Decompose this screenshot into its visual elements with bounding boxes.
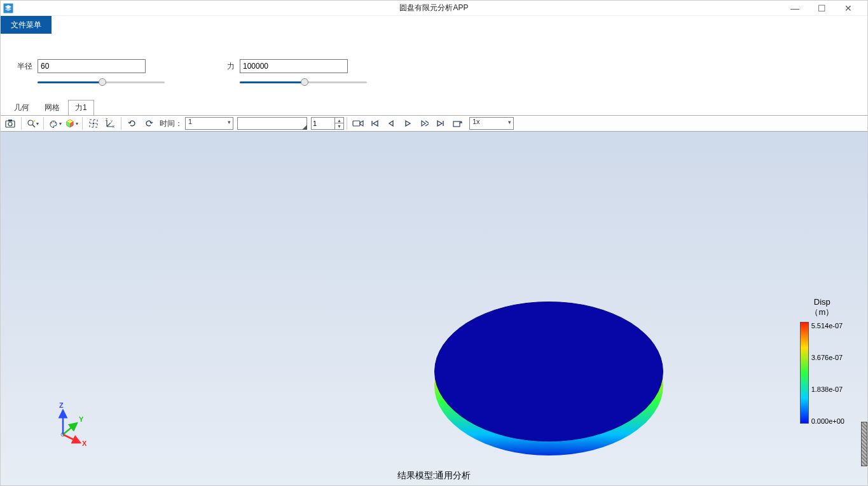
screenshot-button[interactable] (2, 116, 18, 130)
zoom-dropdown[interactable]: ▾ (24, 116, 41, 130)
first-frame-button[interactable] (366, 116, 383, 130)
tab-row: 几何 网格 力1 (1, 100, 867, 115)
tab-mesh[interactable]: 网格 (38, 100, 67, 115)
time-combo-value: 1 (188, 118, 192, 125)
svg-text:Y: Y (111, 120, 113, 123)
window-title: 圆盘有限元分析APP (399, 3, 468, 13)
svg-point-7 (53, 122, 54, 123)
svg-point-10 (93, 123, 95, 125)
axis-triad: X Y Z (45, 396, 102, 454)
next-frame-button[interactable] (416, 116, 432, 130)
last-frame-button[interactable] (432, 116, 449, 130)
side-grip[interactable] (861, 422, 867, 466)
radius-input[interactable] (38, 59, 146, 73)
svg-text:X: X (113, 125, 115, 128)
parameter-panel: 半径 力 (1, 34, 867, 100)
rotate-ccw-button[interactable] (141, 116, 157, 130)
time-label: 时间： (160, 118, 183, 129)
prev-frame-button[interactable] (383, 116, 399, 130)
svg-line-18 (63, 423, 77, 434)
viewport-3d[interactable]: X Y Z Disp （m） 5.514e-07 3.676e-07 1.838… (1, 132, 867, 485)
svg-point-8 (55, 122, 56, 123)
legend-tick: 5.514e-07 (811, 322, 844, 330)
legend-tick: 3.676e-07 (811, 354, 844, 361)
svg-rect-15 (453, 122, 460, 127)
svg-line-17 (63, 434, 80, 443)
axis-x-label: X (82, 440, 87, 447)
app-icon (1, 1, 16, 16)
time-spinner-down[interactable]: ▼ (334, 123, 343, 129)
svg-rect-14 (353, 121, 360, 126)
play-button[interactable] (399, 116, 416, 130)
timeline-track[interactable] (237, 117, 307, 130)
svg-point-4 (28, 120, 33, 125)
cube-dropdown[interactable]: ▾ (63, 116, 79, 130)
export-anim-button[interactable] (449, 116, 465, 130)
close-button[interactable]: ✕ (844, 4, 852, 12)
tab-force1[interactable]: 力1 (68, 100, 94, 115)
force-slider[interactable] (240, 77, 367, 87)
record-button[interactable] (350, 116, 366, 130)
legend-title: Disp (800, 297, 844, 307)
maximize-button[interactable]: ☐ (818, 4, 825, 12)
force-input[interactable] (240, 59, 348, 73)
svg-point-6 (51, 122, 52, 123)
axis-y-label: Y (79, 415, 84, 423)
svg-text:Z: Z (106, 118, 107, 122)
viewport-toolbar: ▾ ▾ ▾ ZXY 时间： 1 ▾ (1, 115, 867, 132)
legend-ticks: 5.514e-07 3.676e-07 1.838e-07 0.000e+00 (811, 322, 844, 425)
axis-view-button[interactable]: ZXY (102, 116, 118, 130)
rotate-cw-button[interactable] (124, 116, 141, 130)
time-spinner[interactable]: ▲ ▼ (311, 117, 344, 130)
legend-unit: （m） (800, 307, 844, 318)
viewport-footer-label: 结果模型:通用分析 (397, 470, 471, 482)
tab-geometry[interactable]: 几何 (7, 100, 36, 115)
speed-combo[interactable]: 1x ▾ (469, 117, 514, 130)
radius-label: 半径 (13, 61, 32, 72)
fit-view-button[interactable] (85, 116, 102, 130)
svg-line-5 (32, 125, 35, 127)
title-bar: 圆盘有限元分析APP — ☐ ✕ (1, 1, 867, 16)
speed-combo-value: 1x (472, 118, 480, 125)
svg-point-2 (8, 122, 12, 126)
time-spinner-up[interactable]: ▲ (334, 118, 343, 123)
svg-rect-3 (8, 120, 12, 122)
time-spinner-input[interactable] (312, 118, 334, 129)
color-legend: Disp （m） 5.514e-07 3.676e-07 1.838e-07 0… (800, 297, 844, 425)
force-label: 力 (216, 61, 235, 72)
palette-dropdown[interactable]: ▾ (46, 116, 63, 130)
legend-tick: 0.000e+00 (811, 417, 844, 425)
minimize-button[interactable]: — (791, 4, 799, 12)
time-combo[interactable]: 1 ▾ (185, 117, 233, 130)
menu-bar: 文件菜单 (1, 16, 867, 34)
menu-file[interactable]: 文件菜单 (1, 16, 52, 34)
radius-slider[interactable] (38, 77, 165, 87)
legend-colorbar (800, 322, 809, 424)
legend-tick: 1.838e-07 (811, 385, 844, 393)
axis-z-label: Z (59, 401, 64, 409)
